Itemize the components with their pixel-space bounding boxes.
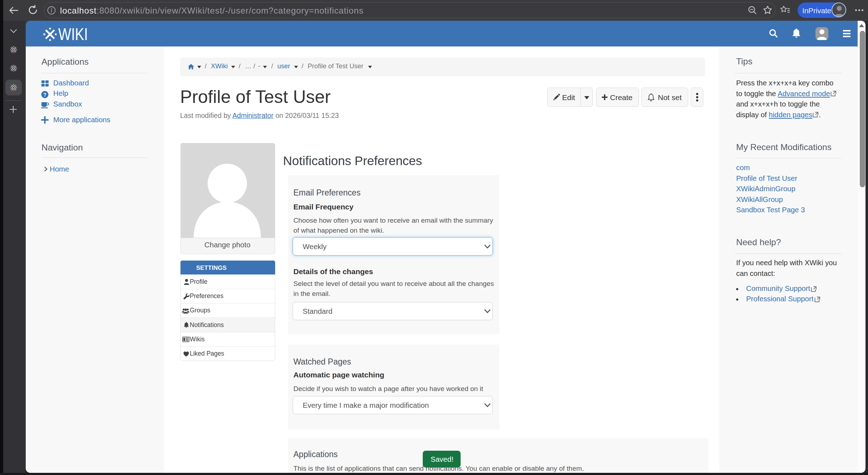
svg-text:WIKI: WIKI [58,26,88,43]
svg-text:?: ? [43,92,46,98]
